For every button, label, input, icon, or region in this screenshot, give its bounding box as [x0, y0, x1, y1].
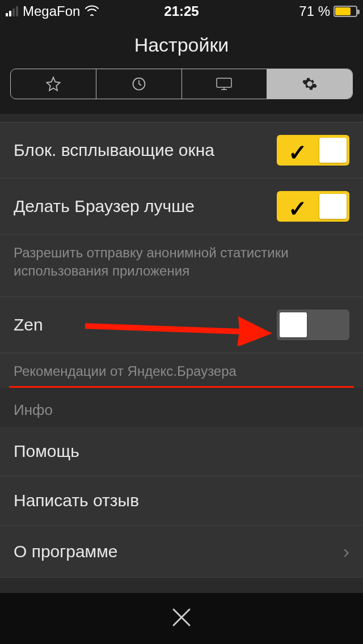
gear-icon	[302, 76, 318, 92]
toggle-thumb	[280, 312, 307, 337]
segment-tabs	[10, 69, 353, 99]
row-zen: Zen	[0, 296, 363, 353]
feedback-label: Написать отзыв	[14, 491, 139, 510]
history-icon	[131, 76, 147, 92]
battery-icon	[334, 6, 357, 17]
carrier-label: MegaFon	[23, 3, 80, 19]
desktop-icon	[216, 77, 233, 91]
info-section-header: Инфо	[0, 388, 363, 427]
tab-history[interactable]	[96, 69, 182, 99]
zen-toggle[interactable]	[277, 310, 349, 340]
close-button[interactable]	[170, 601, 193, 635]
tab-desktop[interactable]	[182, 69, 268, 99]
zen-label: Zen	[14, 315, 277, 334]
zen-footnote: Рекомендации от Яндекс.Браузера	[0, 353, 363, 386]
tab-settings[interactable]	[267, 69, 352, 99]
signal-icon	[6, 6, 18, 16]
row-block-popups: Блок. всплывающие окна ✓	[0, 122, 363, 179]
block-popups-label: Блок. всплывающие окна	[14, 141, 277, 160]
toggle-thumb	[319, 194, 347, 219]
about-label: О программе	[14, 542, 118, 561]
help-label: Помощь	[14, 442, 79, 461]
page-title: Настройки	[0, 34, 363, 56]
check-icon: ✓	[288, 139, 307, 166]
row-about[interactable]: О программе ›	[0, 526, 363, 578]
check-icon: ✓	[288, 196, 307, 222]
header: Настройки	[0, 23, 363, 114]
improve-browser-footnote: Разрешить отправку анонимной статистики …	[0, 235, 363, 296]
wifi-icon	[85, 3, 99, 19]
tab-bookmarks[interactable]	[11, 69, 96, 99]
status-bar: MegaFon 21:25 71 %	[0, 0, 363, 23]
chevron-right-icon: ›	[343, 540, 349, 562]
settings-list: Блок. всплывающие окна ✓ Делать Браузер …	[0, 122, 363, 578]
toggle-thumb	[319, 138, 347, 163]
improve-browser-toggle[interactable]: ✓	[277, 191, 349, 222]
star-icon	[45, 76, 61, 92]
improve-browser-label: Делать Браузер лучше	[14, 197, 277, 216]
row-help[interactable]: Помощь	[0, 427, 363, 476]
close-icon	[170, 606, 193, 629]
row-feedback[interactable]: Написать отзыв	[0, 476, 363, 526]
battery-percent: 71 %	[299, 3, 330, 19]
row-improve-browser: Делать Браузер лучше ✓	[0, 179, 363, 235]
svg-rect-1	[217, 78, 231, 87]
bottom-bar	[0, 593, 363, 644]
block-popups-toggle[interactable]: ✓	[277, 135, 349, 166]
